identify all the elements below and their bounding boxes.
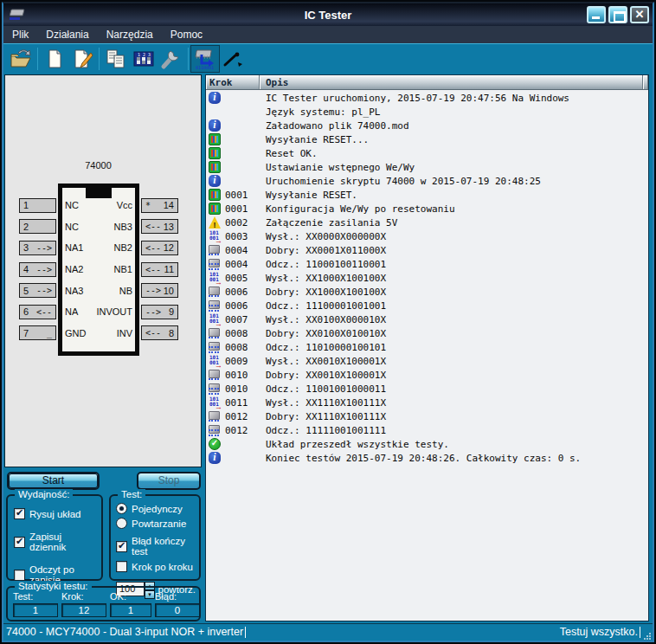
log-row[interactable]: 0006 Dobry: XX1000X100100X (206, 285, 648, 299)
settings-wrench-button[interactable] (158, 46, 185, 72)
log-row-description: Odcz.: 11010000100101 (266, 342, 648, 353)
checkbox-icon[interactable] (14, 508, 25, 519)
pin-number: <-- (145, 243, 161, 253)
log-row[interactable]: 0008 Dobry: XX0100X010010X (206, 326, 648, 340)
log-row[interactable]: 0007 Wysł.: XX0100X000010X (206, 312, 648, 326)
test-chip-button[interactable]: 0110001 (191, 46, 219, 72)
log-row-step: 0012 (225, 411, 266, 422)
radio-option[interactable]: Pojedynczy (116, 503, 196, 514)
log-row[interactable]: 0003 Wysł.: XX0000X000000X (206, 229, 648, 243)
menu-item[interactable]: Narzędzia (98, 26, 162, 43)
svg-text:1 2 3: 1 2 3 (138, 52, 151, 57)
stat-value: 1 (110, 603, 151, 617)
status-chip-description: 74000 - MCY74000 - Dual 3-input NOR + in… (6, 626, 243, 638)
checkbox-icon[interactable] (14, 570, 25, 581)
log-row[interactable]: 0009 Wysł.: XX0010X100001X (206, 354, 648, 368)
log-column-krok[interactable]: Krok (206, 75, 260, 89)
log-row[interactable]: 0005 Wysł.: XX1000X100100X (206, 271, 648, 285)
probe-pin-button[interactable] (219, 46, 247, 72)
minimize-button[interactable] (587, 6, 606, 23)
svg-text:0110001: 0110001 (196, 65, 214, 70)
checkbox-icon[interactable] (116, 541, 127, 552)
checkbox-icon[interactable] (116, 561, 127, 572)
checkbox-option[interactable]: Krok po kroku (116, 561, 196, 572)
checkbox-option[interactable]: Rysuj układ (14, 508, 96, 519)
checkbox-option[interactable]: Błąd kończy test (116, 536, 196, 557)
log-row[interactable]: Język systemu: pl_PL (206, 105, 648, 119)
radio-icon[interactable] (116, 503, 127, 514)
toolbar: 1 2 3 0110001 (3, 44, 653, 74)
log-row[interactable]: Reset OK. (206, 146, 648, 160)
log-row[interactable]: Układ przeszedł wszystkie testy. (206, 437, 648, 451)
log-row[interactable]: 0002 Załączenie zasilania 5V (206, 216, 648, 229)
log-row[interactable]: Załadowano plik 74000.mod (206, 119, 648, 132)
checkbox-option[interactable]: Zapisuj dziennik (14, 531, 96, 552)
log-header: Krok Opis (206, 75, 648, 90)
chip-label-row: NA2 NB1 (63, 259, 134, 280)
log-row-step: 0002 (225, 217, 266, 229)
reset-icon (209, 133, 221, 145)
checkbox-icon[interactable] (14, 537, 25, 548)
log-row[interactable]: 0011 Wysł.: XX1110X100111X (206, 396, 648, 409)
checkbox-label: Rysuj układ (29, 509, 80, 519)
log-row[interactable]: 0008 Odcz.: 11010000100101 (206, 340, 648, 354)
log-column-endcap (643, 75, 648, 89)
statusbar: 74000 - MCY74000 - Dual 3-input NOR + in… (3, 623, 653, 641)
new-file-button[interactable] (41, 46, 68, 72)
log-row[interactable]: 0001 Konfiguracja We/Wy po resetowaniu (206, 202, 648, 216)
log-column-opis[interactable]: Opis (260, 75, 643, 89)
log-row-description: Wysyłanie RESET... (266, 134, 648, 145)
pin-label-left: NC (65, 222, 79, 232)
log-row-description: Odcz.: 11111001001111 (266, 425, 648, 436)
pin-label-left: GND (65, 328, 86, 338)
status-text-cursor (245, 627, 246, 638)
close-button[interactable] (630, 6, 649, 23)
pin-number: 3 (23, 242, 29, 253)
test-group: Test: Pojedynczy Powtarzanie Błąd kończy… (109, 494, 201, 581)
chip-name-label: 74000 (58, 160, 138, 171)
log-row[interactable]: Wysyłanie RESET... (206, 132, 648, 146)
titlebar[interactable]: IC Tester (3, 3, 653, 26)
chip-icon (209, 286, 221, 298)
pin-label-left: NA (65, 306, 78, 317)
log-row[interactable]: 0012 Odcz.: 11111001001111 (206, 423, 648, 437)
log-row[interactable]: 0010 Odcz.: 11001001000011 (206, 382, 648, 396)
start-button[interactable]: Start (7, 472, 100, 490)
maximize-button[interactable] (608, 6, 627, 23)
write-icon (209, 313, 221, 325)
log-row[interactable]: 0006 Odcz.: 11100001001001 (206, 299, 648, 312)
log-row[interactable]: 0001 Wysyłanie RESET. (206, 188, 648, 202)
copy-document-button[interactable] (102, 46, 130, 72)
log-row[interactable]: 0004 Odcz.: 11000100110001 (206, 257, 648, 271)
edit-script-button[interactable] (68, 46, 96, 72)
log-row[interactable]: 0012 Dobry: XX1110X100111X (206, 409, 648, 423)
log-row-step: 0012 (225, 425, 266, 436)
open-file-button[interactable] (7, 46, 35, 72)
log-row-step: 0010 (225, 383, 266, 395)
log-row[interactable]: IC Tester uruchomiony, 2015-07-19 20:47:… (206, 91, 648, 105)
status-text-cursor (640, 627, 640, 638)
resize-grip[interactable] (643, 632, 651, 640)
log-row[interactable]: Ustawianie wstępnego We/Wy (206, 160, 648, 174)
menu-item[interactable]: Działania (37, 26, 97, 43)
radio-option[interactable]: Powtarzanie (116, 518, 196, 529)
toolbar-separator (99, 48, 100, 70)
warning-icon (209, 216, 221, 229)
menu-item[interactable]: Plik (3, 26, 37, 43)
log-row[interactable]: 0010 Dobry: XX0010X100001X (206, 368, 648, 382)
pin-label-left: NC (65, 200, 79, 210)
log-row[interactable]: 0004 Dobry: XX0001X011000X (206, 243, 648, 257)
stat-field: OK: 1 (110, 591, 151, 617)
log-row[interactable]: Uruchomienie skryptu 74000 w 2015-07-19 … (206, 174, 648, 188)
pin-direction-arrow: --> (36, 265, 52, 274)
radio-icon[interactable] (116, 518, 127, 529)
pin-label-right: NB (119, 286, 132, 296)
dip-switch-config-button[interactable]: 1 2 3 (130, 46, 158, 72)
stop-button[interactable]: Stop (137, 472, 201, 490)
stat-label: Błąd: (155, 591, 200, 603)
log-row-description: Układ przeszedł wszystkie testy. (266, 439, 648, 450)
menu-item[interactable]: Pomoc (162, 26, 211, 43)
log-row-step: 0001 (225, 190, 266, 201)
log-row-description: Wysł.: XX0000X000000X (266, 231, 648, 242)
log-row[interactable]: Koniec testów 2015-07-19 20:48:26. Całko… (206, 451, 648, 465)
